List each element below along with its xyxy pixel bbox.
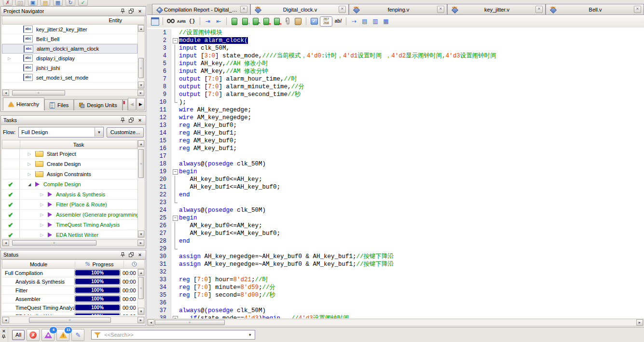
vertical-scrollbar[interactable]: ▲ ≡ ▼ bbox=[137, 140, 145, 238]
code-text[interactable]: output [7:0] alarm_minute_time,//分 bbox=[179, 83, 644, 91]
expander-icon[interactable]: ▷ bbox=[38, 222, 46, 227]
scroll-up-button[interactable]: ▲ bbox=[138, 140, 144, 147]
fold-collapse-icon[interactable]: − bbox=[173, 169, 178, 175]
entity-column-header[interactable]: Entity bbox=[2, 16, 145, 25]
syntax-coloring-icon[interactable]: ab/ bbox=[333, 17, 343, 26]
code-text[interactable]: assign AM_key_negedge=~AM_key_buf0 & AM_… bbox=[179, 260, 644, 268]
expander-icon[interactable]: ◢ bbox=[26, 182, 33, 187]
code-text[interactable]: AM_key_buf0<=AM_key; bbox=[179, 222, 644, 230]
code-text[interactable]: AM_key_buf1<=AM_key_buf0; bbox=[179, 230, 644, 237]
delete-bookmark-icon[interactable]: × bbox=[261, 17, 271, 26]
scrollbar-thumb[interactable]: ≡ bbox=[138, 277, 144, 299]
code-text[interactable]: end bbox=[179, 237, 644, 245]
filter-critical-warnings-button[interactable]: ✶ 4 bbox=[41, 329, 55, 341]
next-bookmark-icon[interactable]: ↑ bbox=[240, 17, 250, 26]
horizontal-scrollbar[interactable]: ◄ ≡ ► bbox=[2, 316, 145, 324]
chevron-down-icon[interactable]: ▼ bbox=[246, 333, 254, 337]
scroll-left-button[interactable]: ◄ bbox=[148, 319, 154, 326]
tab-files[interactable]: Files bbox=[44, 99, 74, 110]
close-icon[interactable]: × bbox=[137, 117, 143, 123]
tab-hierarchy[interactable]: Hierarchy bbox=[3, 97, 44, 110]
entity-row[interactable]: abcjishi:i_jishi bbox=[2, 63, 137, 73]
pin-icon[interactable] bbox=[1, 334, 7, 340]
horizontal-scrollbar[interactable]: ◄ ≡ ► bbox=[2, 89, 145, 96]
code-text[interactable] bbox=[179, 268, 644, 276]
flow-select[interactable]: Full Design ▼ bbox=[18, 127, 104, 137]
editor-horizontal-scrollbar[interactable]: ◄ ≡ ► bbox=[147, 319, 644, 326]
close-icon[interactable]: × bbox=[535, 6, 543, 13]
code-text[interactable]: always@(posedge clk_50M) bbox=[179, 160, 644, 168]
code-text[interactable]: reg [7:0] minute=8'd59;//分 bbox=[179, 284, 644, 291]
task-row[interactable]: ▷Assign Constraints bbox=[2, 169, 137, 179]
pin-icon[interactable] bbox=[119, 252, 126, 258]
scroll-up-button[interactable]: ▲ bbox=[138, 269, 144, 276]
code-text[interactable]: module alarm_clock( bbox=[179, 37, 644, 44]
editor-tab[interactable]: fenping.v× bbox=[349, 4, 447, 14]
open-folder-icon[interactable]: ▤ bbox=[41, 0, 50, 6]
task-row[interactable]: ▷Start Project bbox=[2, 149, 137, 159]
match-delimiter-icon[interactable] bbox=[187, 17, 197, 26]
editor-tab[interactable]: Digital_clock.v× bbox=[250, 4, 349, 14]
fold-collapse-icon[interactable]: − bbox=[173, 316, 178, 318]
line-numbers-indicator[interactable]: 267 268 bbox=[320, 16, 332, 27]
expander-icon[interactable]: ▷ bbox=[26, 172, 33, 177]
collapse-all-icon[interactable] bbox=[360, 17, 370, 26]
expander-icon[interactable]: ▷ bbox=[38, 202, 46, 207]
code-text[interactable]: always@(posedge clk_50M) bbox=[179, 206, 644, 214]
code-text[interactable]: output [7:0] alarm_second_time//秒 bbox=[179, 91, 644, 98]
check-window-icon[interactable]: ✓ bbox=[78, 0, 88, 6]
scroll-right-button[interactable]: ► bbox=[636, 319, 643, 326]
close-icon[interactable]: × bbox=[339, 6, 346, 13]
expander-icon[interactable]: ▷ bbox=[38, 192, 46, 197]
search-input[interactable] bbox=[103, 331, 246, 338]
scrollbar-thumb[interactable]: ≡ bbox=[12, 90, 65, 96]
code-text[interactable]: begin bbox=[179, 214, 644, 222]
code-text[interactable] bbox=[179, 199, 644, 206]
pin-icon[interactable] bbox=[119, 8, 126, 14]
code-text[interactable]: AH_key_buf1<=AH_key_buf0; bbox=[179, 183, 644, 191]
expander-icon[interactable]: ▷ bbox=[38, 212, 46, 217]
code-text[interactable]: begin bbox=[179, 168, 644, 176]
scroll-tabs-right-button[interactable]: ▶ bbox=[137, 98, 145, 110]
code-text[interactable]: input [3:0] state_mode,////当前模式，4'd0:计时，… bbox=[179, 52, 644, 60]
code-text[interactable]: //设置闹钟模块 bbox=[179, 29, 644, 37]
scroll-right-button[interactable]: ► bbox=[137, 240, 144, 246]
code-text[interactable]: AH_key_buf0<=AH_key; bbox=[179, 176, 644, 183]
scroll-left-button[interactable]: ◄ bbox=[2, 90, 9, 96]
expander-icon[interactable]: ▷ bbox=[26, 162, 33, 166]
scroll-right-button[interactable]: ► bbox=[137, 317, 144, 323]
flag-messages-button[interactable]: ✎ bbox=[71, 329, 84, 341]
close-icon[interactable]: × bbox=[137, 8, 143, 14]
close-icon[interactable]: × bbox=[1, 328, 7, 334]
close-icon[interactable]: × bbox=[634, 6, 641, 13]
code-text[interactable]: end bbox=[179, 191, 644, 199]
close-icon[interactable]: × bbox=[137, 252, 143, 258]
code-text[interactable]: reg [7:0] second=8'd00;//秒 bbox=[179, 291, 644, 299]
replace-icon[interactable] bbox=[177, 17, 186, 26]
expand-all-icon[interactable] bbox=[370, 17, 380, 26]
code-text[interactable]: input AM_key,//AM 修改分钟 bbox=[179, 68, 644, 75]
float-icon[interactable] bbox=[128, 8, 135, 14]
float-icon[interactable] bbox=[128, 252, 135, 258]
entity-row[interactable]: abckey_jitter:i2_key_jitter bbox=[2, 25, 137, 34]
scrollbar-thumb[interactable]: ≡ bbox=[155, 320, 225, 325]
task-row[interactable]: ✔▷EDA Netlist Writer bbox=[2, 230, 137, 238]
code-text[interactable]: always@(posedge clk_50M) bbox=[179, 307, 644, 315]
chevron-down-icon[interactable]: ▼ bbox=[95, 128, 103, 137]
scrollbar-thumb[interactable]: ≡ bbox=[138, 149, 144, 178]
fold-collapse-icon[interactable]: − bbox=[173, 216, 178, 221]
code-text[interactable] bbox=[179, 152, 644, 160]
close-icon[interactable]: × bbox=[240, 6, 247, 13]
filter-warnings-button[interactable]: ! 11 bbox=[56, 329, 69, 341]
pin-icon[interactable] bbox=[119, 117, 126, 123]
filter-all-button[interactable]: All bbox=[12, 330, 25, 340]
code-text[interactable] bbox=[179, 299, 644, 307]
code-text[interactable]: reg AM_key_buf1; bbox=[179, 145, 644, 152]
float-icon[interactable] bbox=[128, 117, 135, 123]
tab-fragment[interactable]: ▮ bbox=[123, 99, 128, 110]
editor-tab[interactable]: Bell.v× bbox=[546, 4, 644, 14]
code-text[interactable] bbox=[179, 245, 644, 253]
scroll-down-button[interactable]: ▼ bbox=[138, 308, 144, 315]
code-text[interactable]: input clk_50M, bbox=[179, 44, 644, 52]
code-text[interactable]: assign AH_key_negedge=~AH_key_buf0 & AH_… bbox=[179, 253, 644, 260]
